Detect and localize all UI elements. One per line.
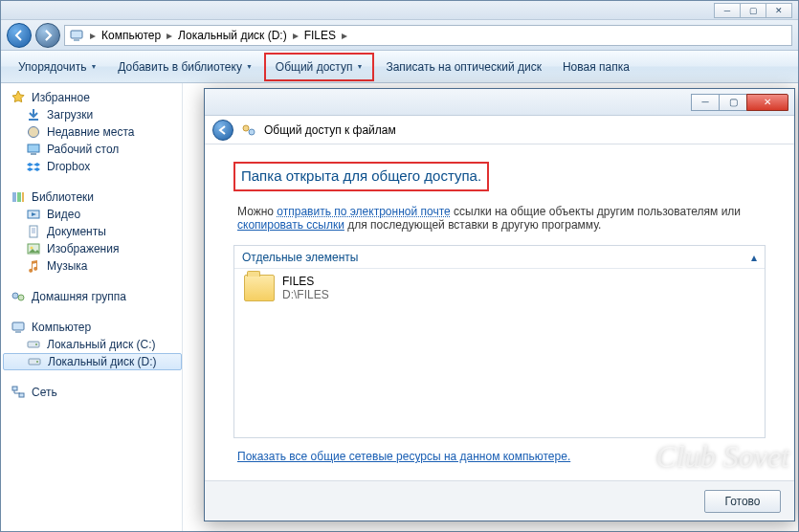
tree-item-documents[interactable]: Документы — [3, 223, 182, 240]
shared-item-row[interactable]: FILES D:\FILES — [244, 275, 755, 301]
tree-item-pictures[interactable]: Изображения — [3, 240, 182, 257]
breadcrumb[interactable]: ▸ Компьютер ▸ Локальный диск (D:) ▸ FILE… — [64, 25, 792, 46]
svg-rect-16 — [15, 331, 21, 333]
breadcrumb-item-computer[interactable]: Компьютер — [101, 29, 161, 42]
tree-label: Библиотеки — [32, 190, 94, 204]
star-icon — [11, 90, 26, 105]
dialog-minimize-button[interactable]: ─ — [691, 94, 720, 111]
svg-rect-4 — [28, 144, 39, 152]
para-text: ссылки на общие объекты другим пользоват… — [451, 205, 741, 218]
tree-label: Компьютер — [32, 321, 91, 334]
organize-button[interactable]: Упорядочить▼ — [9, 53, 106, 81]
para-text: Можно — [237, 205, 277, 218]
shared-item-name: FILES — [282, 275, 329, 288]
minimize-button[interactable]: ─ — [714, 3, 741, 18]
tree-label: Музыка — [47, 259, 87, 273]
copy-links-link[interactable]: скопировать ссылки — [237, 218, 344, 232]
svg-rect-0 — [71, 31, 82, 38]
document-icon — [26, 224, 41, 239]
recent-icon — [26, 124, 41, 140]
email-link[interactable]: отправить по электронной почте — [277, 205, 450, 218]
chevron-right-icon[interactable]: ▸ — [86, 29, 100, 42]
breadcrumb-item-files[interactable]: FILES — [304, 29, 336, 42]
svg-rect-8 — [22, 192, 24, 202]
share-icon — [241, 122, 256, 138]
dialog-footer: Готово — [205, 480, 794, 521]
tree-label: Недавние места — [47, 125, 134, 139]
disk-icon — [26, 337, 41, 352]
tree-libraries[interactable]: Библиотеки — [3, 188, 182, 206]
close-button[interactable]: ✕ — [766, 3, 792, 18]
svg-point-23 — [243, 125, 249, 131]
tree-item-disk-c[interactable]: Локальный диск (C:) — [3, 336, 182, 353]
forward-button[interactable] — [35, 23, 60, 48]
svg-rect-6 — [12, 192, 16, 202]
tree-label: Документы — [47, 225, 106, 238]
breadcrumb-item-disk-d[interactable]: Локальный диск (D:) — [178, 29, 287, 42]
burn-label: Записать на оптический диск — [386, 60, 542, 74]
dialog-titlebar: ─ ▢ ✕ — [205, 89, 794, 116]
share-button[interactable]: Общий доступ▼ — [264, 53, 375, 81]
tree-label: Избранное — [32, 91, 90, 104]
tree-computer[interactable]: Компьютер — [3, 319, 182, 336]
add-to-library-label: Добавить в библиотеку — [118, 60, 242, 74]
dialog-close-button[interactable]: ✕ — [746, 94, 788, 111]
maximize-button[interactable]: ▢ — [740, 3, 766, 18]
tree-group-network: Сеть — [3, 384, 182, 401]
back-button[interactable] — [7, 23, 32, 48]
pictures-icon — [26, 241, 41, 256]
svg-rect-5 — [31, 153, 36, 155]
tree-label: Локальный диск (C:) — [47, 338, 156, 351]
tree-item-video[interactable]: Видео — [3, 206, 182, 223]
tree-item-music[interactable]: Музыка — [3, 257, 182, 275]
chevron-right-icon[interactable]: ▸ — [338, 29, 351, 42]
svg-rect-1 — [74, 39, 79, 41]
tree-item-desktop[interactable]: Рабочий стол — [3, 141, 182, 158]
organize-label: Упорядочить — [18, 60, 86, 74]
dialog-maximize-button[interactable]: ▢ — [719, 94, 747, 111]
nav-row: ▸ Компьютер ▸ Локальный диск (D:) ▸ FILE… — [1, 20, 798, 51]
tree-homegroup[interactable]: Домашняя группа — [3, 288, 182, 305]
tree-item-recent[interactable]: Недавние места — [3, 123, 182, 141]
network-icon — [11, 385, 26, 400]
items-group-label: Отдельные элементы — [242, 251, 358, 264]
dialog-window-controls: ─ ▢ ✕ — [692, 94, 788, 111]
explorer-titlebar: ─ ▢ ✕ — [1, 1, 798, 20]
dialog-back-button[interactable] — [212, 120, 233, 141]
items-group-body: FILES D:\FILES — [234, 269, 765, 437]
shared-item-meta: FILES D:\FILES — [282, 275, 329, 301]
done-button[interactable]: Готово — [704, 490, 781, 513]
music-icon — [26, 258, 41, 274]
show-network-shares-link[interactable]: Показать все общие сетевые ресурсы на да… — [237, 450, 570, 463]
items-group-header[interactable]: Отдельные элементы ▴ — [234, 246, 765, 269]
svg-rect-19 — [29, 359, 40, 365]
tree-item-disk-d[interactable]: Локальный диск (D:) — [3, 353, 182, 370]
chevron-right-icon[interactable]: ▸ — [163, 29, 176, 42]
chevron-right-icon[interactable]: ▸ — [289, 29, 302, 42]
desktop-icon — [26, 142, 41, 157]
tree-favorites[interactable]: Избранное — [3, 89, 182, 106]
toolbar: Упорядочить▼ Добавить в библиотеку▼ Общи… — [1, 51, 798, 83]
tree-item-downloads[interactable]: Загрузки — [3, 106, 182, 123]
shared-item-path: D:\FILES — [282, 288, 329, 301]
tree-network[interactable]: Сеть — [3, 384, 182, 401]
new-folder-button[interactable]: Новая папка — [553, 53, 639, 81]
tree-group-computer: Компьютер Локальный диск (C:) Локальный … — [3, 319, 182, 370]
tree-item-dropbox[interactable]: Dropbox — [3, 158, 182, 175]
burn-button[interactable]: Записать на оптический диск — [376, 53, 551, 81]
svg-rect-10 — [30, 226, 37, 237]
libraries-icon — [11, 189, 26, 205]
dialog-header: Общий доступ к файлам — [205, 116, 794, 144]
svg-rect-22 — [19, 393, 24, 397]
svg-point-18 — [35, 344, 37, 345]
tree-label: Загрузки — [47, 108, 93, 122]
disk-icon — [27, 354, 42, 369]
add-to-library-button[interactable]: Добавить в библиотеку▼ — [108, 53, 261, 81]
download-icon — [26, 107, 41, 122]
svg-rect-21 — [12, 387, 17, 390]
tree-label: Видео — [47, 208, 80, 221]
share-dialog: ─ ▢ ✕ Общий доступ к файлам Папка открыт… — [204, 88, 795, 521]
tree-group-libraries: Библиотеки Видео Документы Изображения М… — [3, 188, 182, 275]
svg-rect-7 — [17, 192, 21, 202]
svg-rect-15 — [12, 322, 24, 330]
